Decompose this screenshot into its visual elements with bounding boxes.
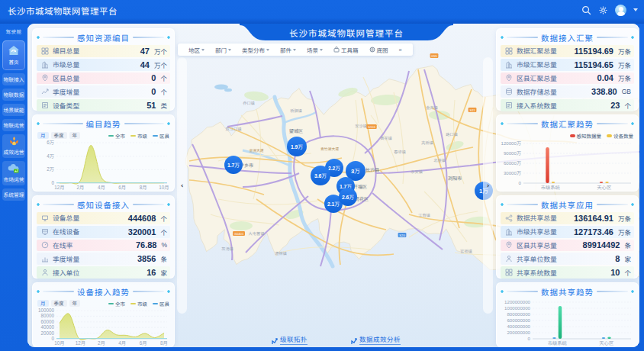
panel-title: 数据汇聚趋势: [541, 118, 594, 130]
sidebar-item-5[interactable]: 成效运营: [2, 134, 25, 158]
deco-line: [43, 37, 74, 38]
toolbar-button-底图[interactable]: 底图: [364, 46, 394, 54]
toolbar-dropdown-0[interactable]: 地区: [183, 46, 210, 54]
legend-全市[interactable]: 全市: [108, 132, 125, 140]
stat-value: 115194.69: [575, 47, 613, 56]
map-bubble-1.9万[interactable]: 1.9万: [287, 137, 307, 156]
stat-value: 51: [147, 101, 156, 110]
legend-label: 区县: [159, 300, 169, 308]
sidebar-item-4[interactable]: 物联运营: [2, 119, 25, 131]
stat-value: 338.80: [591, 87, 617, 96]
map-bubble-2.6万[interactable]: 2.6万: [339, 188, 357, 206]
road-badge: S116: [368, 125, 375, 129]
stat-unit: 个: [160, 73, 167, 82]
user-avatar[interactable]: [615, 5, 626, 16]
toolbar-dropdown-1[interactable]: 部门: [210, 46, 237, 54]
stat-unit: %: [161, 241, 167, 249]
legend-区县[interactable]: 区县: [153, 300, 169, 308]
map-bubble-1.7万[interactable]: 1.7万: [224, 156, 243, 174]
map-district-label: 开福区: [353, 184, 368, 189]
tab-年[interactable]: 年: [69, 300, 81, 308]
tab-月[interactable]: 月: [37, 300, 49, 308]
svg-text:60000: 60000: [40, 319, 54, 324]
sidebar-item-home-active[interactable]: 首页: [2, 40, 25, 70]
stat-label: 共享系统数量: [517, 268, 607, 278]
map-toolbar: 地区部门类型分布部件场景工具箱底图«: [178, 43, 413, 56]
sidebar-item-1[interactable]: 物联接入: [2, 73, 25, 85]
stat-row-data_sharing-3: 共享单位数量8家: [501, 253, 634, 265]
sidebar-item-2[interactable]: 物联数据: [2, 89, 25, 101]
panel-title: 感知资源编目: [77, 32, 130, 43]
map-bubble-3.6万[interactable]: 3.6万: [311, 166, 330, 185]
stat-value: 76.88: [136, 240, 157, 250]
sidebar-item-6[interactable]: 市场运营: [2, 161, 25, 185]
tab-季度[interactable]: 季度: [51, 132, 67, 140]
tab-月[interactable]: 月: [37, 132, 49, 140]
db-icon: [505, 88, 513, 95]
panel-data-aggregation: 数据接入汇聚 数据汇聚总量115194.69万条市级汇聚总量115194.65万…: [496, 28, 639, 111]
svg-text:10月: 10月: [159, 185, 169, 190]
toolbar-button-工具箱[interactable]: 工具箱: [328, 46, 364, 54]
sidebar-item-label: 首页: [9, 58, 19, 66]
gauge-icon: [41, 241, 49, 249]
deco-line: [124, 123, 165, 124]
legend-全市[interactable]: 全市: [108, 300, 125, 308]
sidebar-item-label: 场景赋能: [3, 106, 24, 114]
stat-row-data_aggregation-0: 数据汇聚总量115194.69万条: [501, 45, 634, 57]
toolbar-dropdown-label: 部门: [215, 46, 227, 54]
sidebar-item-label: 成效运营: [3, 148, 24, 156]
gear-icon[interactable]: [598, 5, 608, 15]
bubble-value: 3.6万: [314, 173, 327, 179]
grid-icon: [41, 47, 49, 55]
legend-市级[interactable]: 市级: [130, 300, 147, 308]
sidebar-item-3[interactable]: 场景赋能: [2, 104, 25, 116]
chevron-down-icon[interactable]: [633, 8, 638, 11]
legend-感知数据量[interactable]: 感知数据量: [570, 132, 602, 140]
tab-季度[interactable]: 季度: [51, 300, 67, 308]
tab-年[interactable]: 年: [69, 132, 81, 140]
collapse-left-panel-handle[interactable]: ‹: [177, 57, 187, 314]
chevron-down-icon: [228, 49, 231, 51]
legend-设备数量[interactable]: 设备数量: [607, 132, 633, 140]
toolbar-collapse-icon[interactable]: «: [394, 47, 407, 53]
stat-row-data_sharing-0: 数据共享总量136164.91万条: [501, 212, 634, 224]
toolbar-dropdown-label: 地区: [188, 46, 200, 54]
panel-title: 数据共享趋势: [541, 286, 594, 298]
left-panel-column: 感知资源编目 编目总量47万个市级总量44万个区县总量0个季度增量0个设备类型5…: [32, 28, 175, 347]
map-town-label: 北盛镇: [433, 158, 446, 163]
bubble-value: 2.6万: [342, 195, 354, 200]
cascade-topology-link[interactable]: 级联拓扑: [272, 334, 308, 345]
svg-text:40000: 40000: [40, 324, 54, 330]
stat-label: 市级汇聚总量: [517, 60, 571, 69]
legend-label: 市级: [137, 300, 147, 308]
stat-unit: 个: [624, 101, 631, 110]
sidebar-item-7[interactable]: 系统管理: [2, 188, 25, 201]
stat-label: 数据存储总量: [517, 87, 588, 97]
deco-dot: [167, 122, 171, 126]
map-district-label: 望城区: [289, 128, 304, 134]
bubble-value: 1.7万: [227, 163, 240, 168]
map-town-label: 高桥镇: [421, 140, 433, 145]
toolbar-dropdown-2[interactable]: 类型分布: [237, 46, 275, 54]
sidebar-item-label: 市场运营: [3, 176, 24, 183]
stat-unit: 条: [160, 254, 167, 263]
legend-市级[interactable]: 市级: [130, 132, 147, 140]
collapse-right-panel-handle[interactable]: ›: [483, 57, 493, 314]
search-icon[interactable]: [581, 5, 591, 15]
stat-value: 0: [151, 73, 156, 82]
data-effect-analysis-link[interactable]: 数据成效分析: [351, 334, 401, 345]
svg-text:120000万: 120000万: [501, 140, 521, 146]
stat-label: 区县共享总量: [517, 240, 579, 250]
toolbar-dropdown-3[interactable]: 部件: [275, 46, 301, 54]
deco-line: [133, 291, 164, 292]
stat-unit: 家: [624, 254, 631, 263]
data-effect-analysis-label: 数据成效分析: [359, 334, 401, 345]
sidebar-item-label: 物联运营: [3, 121, 24, 129]
toolbar-dropdown-4[interactable]: 场景: [301, 46, 328, 54]
stat-label: 区县总量: [53, 73, 147, 83]
cascade-topology-label: 级联拓扑: [280, 334, 308, 345]
stat-unit: 万个: [154, 60, 167, 69]
stat-value: 16: [147, 268, 156, 277]
stat-label: 接入单位: [53, 268, 143, 278]
legend-区县[interactable]: 区县: [153, 132, 169, 140]
